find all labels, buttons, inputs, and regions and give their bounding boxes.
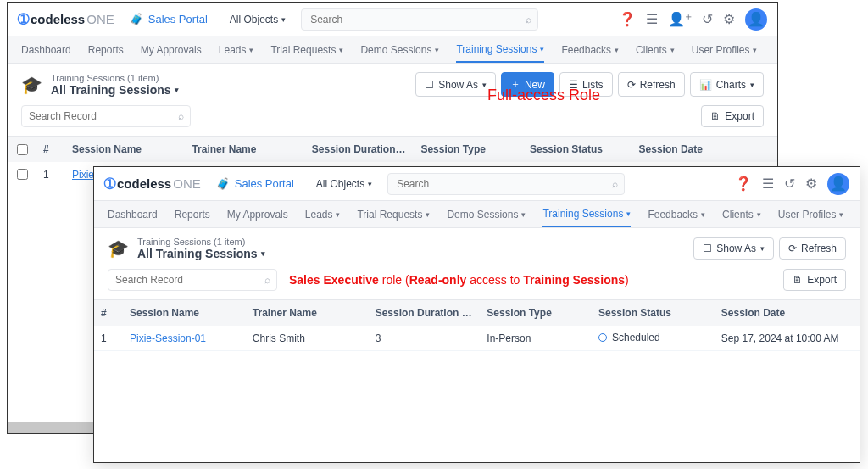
chevron-down-icon: ▾ (701, 210, 705, 219)
chevron-down-icon: ▾ (175, 86, 179, 94)
chevron-down-icon: ▾ (521, 210, 526, 219)
tab-demo[interactable]: Demo Sessions▾ (447, 201, 526, 227)
chevron-down-icon: ▾ (368, 180, 372, 188)
objects-dropdown[interactable]: All Objects ▾ (223, 10, 292, 29)
global-search: ⌕ (301, 8, 538, 31)
col-duration[interactable]: Session Duration (hou (369, 307, 481, 319)
logo: ➀ codelessONE (18, 11, 114, 27)
tab-dashboard[interactable]: Dashboard (21, 36, 71, 63)
logo-icon: ➀ (18, 11, 29, 27)
status-badge: Scheduled (598, 332, 660, 343)
chevron-down-icon: ▾ (753, 46, 757, 54)
tab-trial[interactable]: Trial Requests▾ (357, 201, 430, 227)
record-search-input[interactable] (108, 269, 277, 291)
gear-icon[interactable]: ⚙ (723, 11, 735, 27)
tab-dashboard[interactable]: Dashboard (108, 201, 158, 227)
show-as-button[interactable]: ☐ Show As ▾ (415, 72, 496, 97)
search-icon: ⌕ (612, 178, 618, 190)
col-date[interactable]: Session Date (632, 143, 752, 155)
tab-approvals[interactable]: My Approvals (227, 201, 288, 227)
col-type[interactable]: Session Type (480, 307, 592, 319)
portal-selector[interactable]: 🧳 Sales Portal (209, 174, 301, 193)
tab-clients[interactable]: Clients▾ (722, 201, 761, 227)
tab-leads[interactable]: Leads▾ (219, 36, 254, 63)
session-name-link[interactable]: Pixie-Session-01 (130, 332, 206, 344)
tab-demo[interactable]: Demo Sessions▾ (360, 36, 439, 63)
chevron-down-icon: ▾ (249, 46, 253, 54)
tab-training[interactable]: Training Sessions▾ (542, 201, 631, 227)
database-icon[interactable]: ☰ (762, 176, 774, 192)
portal-selector[interactable]: 🧳 Sales Portal (123, 9, 214, 29)
select-all-checkbox[interactable] (17, 144, 28, 155)
col-date[interactable]: Session Date (715, 307, 860, 319)
tab-leads[interactable]: Leads▾ (305, 201, 341, 227)
add-user-icon[interactable]: 👤⁺ (668, 11, 692, 27)
logo-icon: ➀ (104, 176, 115, 192)
help-icon[interactable]: ❓ (735, 176, 752, 192)
search-icon: ⌕ (526, 14, 531, 25)
chevron-down-icon: ▾ (760, 244, 765, 253)
gear-icon[interactable]: ⚙ (805, 176, 817, 192)
global-search: ⌕ (387, 173, 625, 195)
list-title[interactable]: All Training Sessions▾ (137, 247, 265, 260)
avatar[interactable]: 👤 (827, 173, 849, 195)
record-search: ⌕ (21, 105, 191, 127)
export-button[interactable]: 🗎 Export (701, 105, 764, 127)
avatar[interactable]: 👤 (745, 8, 767, 31)
tab-reports[interactable]: Reports (175, 201, 210, 227)
search-icon: ⌕ (178, 110, 184, 122)
chevron-down-icon: ▾ (540, 45, 544, 53)
tab-feedbacks[interactable]: Feedbacks▾ (561, 36, 619, 63)
breadcrumb: Training Sessions (1 item) (51, 73, 179, 83)
cell-date: Sep 17, 2024 at 10:00 AM (715, 332, 860, 344)
tab-training[interactable]: Training Sessions▾ (456, 36, 544, 63)
list-title[interactable]: All Training Sessions▾ (51, 83, 179, 97)
tab-profiles[interactable]: User Profiles▾ (778, 201, 844, 227)
tab-approvals[interactable]: My Approvals (141, 36, 202, 63)
cell-duration: 3 (369, 332, 481, 344)
cell-index: 1 (94, 332, 123, 344)
col-index[interactable]: # (94, 307, 123, 319)
show-as-button[interactable]: ☐ Show As ▾ (693, 237, 774, 260)
refresh-button[interactable]: ⟳ Refresh (618, 72, 685, 97)
tab-trial[interactable]: Trial Requests▾ (270, 36, 343, 63)
col-session-name[interactable]: Session Name (65, 143, 185, 155)
tab-clients[interactable]: Clients▾ (636, 36, 675, 63)
tab-profiles[interactable]: User Profiles▾ (692, 36, 758, 63)
chevron-down-icon: ▾ (482, 81, 487, 89)
row-checkbox[interactable] (17, 169, 28, 180)
global-search-input[interactable] (301, 8, 538, 31)
history-icon[interactable]: ↺ (702, 11, 713, 27)
objects-dropdown[interactable]: All Objects ▾ (309, 175, 379, 193)
tab-feedbacks[interactable]: Feedbacks▾ (648, 201, 705, 227)
col-trainer[interactable]: Trainer Name (185, 143, 304, 155)
chevron-down-icon: ▾ (670, 46, 675, 54)
record-search-input[interactable] (21, 105, 191, 127)
annotation-readonly: Sales Executive role (Read-only access t… (289, 273, 629, 287)
col-status[interactable]: Session Status (592, 307, 715, 319)
chevron-down-icon: ▾ (261, 249, 265, 258)
history-icon[interactable]: ↺ (784, 176, 795, 192)
col-session-name[interactable]: Session Name (123, 307, 246, 319)
briefcase-icon: 🧳 (130, 13, 143, 25)
col-index[interactable]: # (36, 143, 65, 155)
col-status[interactable]: Session Status (523, 143, 632, 155)
chevron-down-icon: ▾ (426, 210, 430, 219)
app-header: ➀ codelessONE 🧳 Sales Portal All Objects… (94, 167, 860, 201)
chevron-down-icon: ▾ (750, 81, 754, 89)
briefcase-icon: 🧳 (216, 177, 230, 190)
help-icon[interactable]: ❓ (619, 11, 636, 27)
export-button[interactable]: 🗎 Export (783, 269, 846, 291)
charts-button[interactable]: 📊 Charts ▾ (690, 72, 764, 97)
cell-type: In-Person (480, 332, 592, 344)
col-duration[interactable]: Session Duration (hou (305, 143, 415, 155)
tab-reports[interactable]: Reports (88, 36, 124, 63)
chevron-down-icon: ▾ (626, 209, 631, 218)
col-trainer[interactable]: Trainer Name (246, 307, 369, 319)
refresh-button[interactable]: ⟳ Refresh (779, 237, 846, 260)
chevron-down-icon: ▾ (336, 210, 340, 219)
app-header: ➀ codelessONE 🧳 Sales Portal All Objects… (8, 3, 777, 36)
database-icon[interactable]: ☰ (646, 11, 658, 27)
col-type[interactable]: Session Type (414, 143, 523, 155)
global-search-input[interactable] (387, 173, 625, 195)
